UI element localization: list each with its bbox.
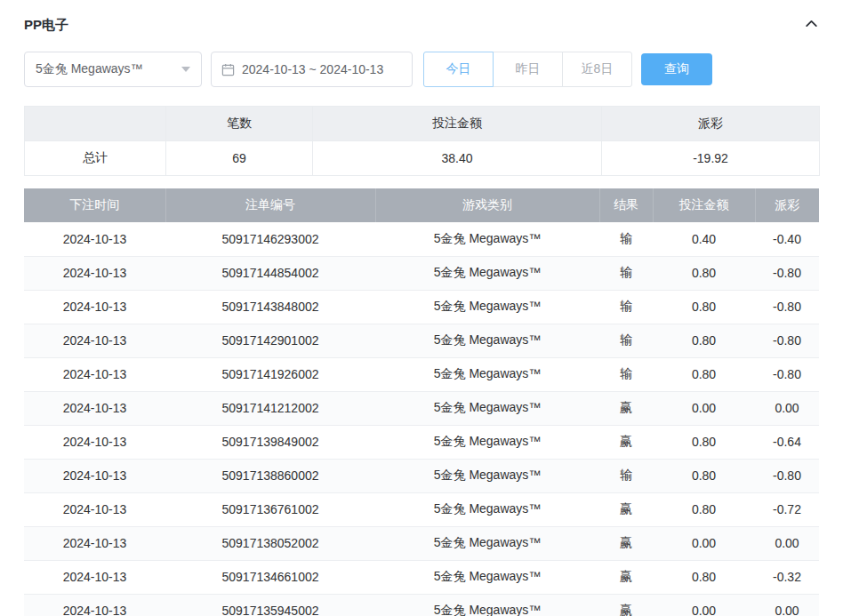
summary-table: 笔数 投注金额 派彩 总计 69 38.40 -19.92 bbox=[24, 106, 820, 176]
game-name-cell: 5金兔 Megaways™ bbox=[375, 425, 599, 459]
result-cell: 输 bbox=[599, 222, 653, 256]
filter-bar: 5金兔 Megaways™ 2024-10-13 ~ 2024-10-13 今日… bbox=[24, 52, 819, 87]
result-cell: 赢 bbox=[599, 526, 653, 560]
result-cell: 赢 bbox=[599, 391, 653, 425]
game-name-cell: 5金兔 Megaways™ bbox=[375, 357, 599, 391]
table-row: 2024-10-13509171438480025金兔 Megaways™输0.… bbox=[24, 290, 819, 324]
game-name-cell: 5金兔 Megaways™ bbox=[375, 459, 599, 492]
result-cell: 赢 bbox=[599, 425, 653, 459]
order-id-cell: 50917141212002 bbox=[165, 391, 375, 425]
yesterday-button[interactable]: 昨日 bbox=[493, 52, 563, 87]
result-cell: 输 bbox=[599, 324, 653, 357]
summary-header-blank bbox=[25, 107, 166, 141]
chevron-up-icon bbox=[804, 16, 819, 34]
bet-amount-cell: 0.80 bbox=[653, 324, 755, 357]
bet-amount-cell: 0.80 bbox=[653, 290, 755, 324]
pp-games-panel: PP电子 5金兔 Megaways™ 2024-10-13 ~ 2024-10-… bbox=[0, 0, 843, 616]
bet-time-cell: 2024-10-13 bbox=[24, 391, 165, 425]
table-row: 2024-10-13509171448540025金兔 Megaways™输0.… bbox=[24, 256, 819, 290]
order-id-cell: 50917143848002 bbox=[165, 290, 375, 324]
bet-time-cell: 2024-10-13 bbox=[24, 290, 165, 324]
summary-header-bet-amount: 投注金额 bbox=[313, 107, 602, 141]
date-range-value: 2024-10-13 ~ 2024-10-13 bbox=[242, 62, 383, 76]
table-row: 2024-10-13509171419260025金兔 Megaways™输0.… bbox=[24, 357, 819, 391]
header-payout: 派彩 bbox=[755, 188, 819, 222]
game-name-cell: 5金兔 Megaways™ bbox=[375, 560, 599, 594]
bet-table-header-row: 下注时间 注单编号 游戏类别 结果 投注金额 派彩 bbox=[24, 188, 819, 222]
game-name-cell: 5金兔 Megaways™ bbox=[375, 492, 599, 526]
bet-amount-cell: 0.80 bbox=[653, 357, 755, 391]
bet-time-cell: 2024-10-13 bbox=[24, 256, 165, 290]
table-row: 2024-10-13509171367610025金兔 Megaways™赢0.… bbox=[24, 492, 819, 526]
payout-cell: 0.00 bbox=[755, 526, 819, 560]
order-id-cell: 50917146293002 bbox=[165, 222, 375, 256]
bet-time-cell: 2024-10-13 bbox=[24, 324, 165, 357]
bet-time-cell: 2024-10-13 bbox=[24, 459, 165, 492]
order-id-cell: 50917136761002 bbox=[165, 492, 375, 526]
result-cell: 赢 bbox=[599, 594, 653, 616]
game-name-cell: 5金兔 Megaways™ bbox=[375, 290, 599, 324]
payout-cell: -0.80 bbox=[755, 324, 819, 357]
game-name-cell: 5金兔 Megaways™ bbox=[375, 256, 599, 290]
query-button[interactable]: 查询 bbox=[641, 53, 712, 85]
bet-time-cell: 2024-10-13 bbox=[24, 560, 165, 594]
today-button[interactable]: 今日 bbox=[423, 52, 494, 87]
payout-cell: -0.32 bbox=[755, 560, 819, 594]
quick-date-button-group: 今日 昨日 近8日 bbox=[423, 52, 632, 87]
table-row: 2024-10-13509171462930025金兔 Megaways™输0.… bbox=[24, 222, 819, 256]
bet-time-cell: 2024-10-13 bbox=[24, 526, 165, 560]
result-cell: 输 bbox=[599, 256, 653, 290]
result-cell: 输 bbox=[599, 290, 653, 324]
summary-total-payout: -19.92 bbox=[602, 141, 820, 176]
payout-cell: -0.40 bbox=[755, 222, 819, 256]
table-row: 2024-10-13509171359450025金兔 Megaways™赢0.… bbox=[24, 594, 819, 616]
payout-cell: -0.80 bbox=[755, 459, 819, 492]
game-name-cell: 5金兔 Megaways™ bbox=[375, 391, 599, 425]
game-name-cell: 5金兔 Megaways™ bbox=[375, 526, 599, 560]
game-select[interactable]: 5金兔 Megaways™ bbox=[24, 52, 202, 87]
game-name-cell: 5金兔 Megaways™ bbox=[375, 594, 599, 616]
bet-amount-cell: 0.80 bbox=[653, 459, 755, 492]
header-result: 结果 bbox=[599, 188, 653, 222]
summary-header-payout: 派彩 bbox=[602, 107, 820, 141]
header-bet-amount: 投注金额 bbox=[653, 188, 755, 222]
order-id-cell: 50917134661002 bbox=[165, 560, 375, 594]
bet-time-cell: 2024-10-13 bbox=[24, 425, 165, 459]
chevron-down-icon bbox=[181, 67, 190, 72]
order-id-cell: 50917138860002 bbox=[165, 459, 375, 492]
payout-cell: -0.80 bbox=[755, 256, 819, 290]
table-row: 2024-10-13509171346610025金兔 Megaways™赢0.… bbox=[24, 560, 819, 594]
summary-total-label: 总计 bbox=[25, 141, 166, 176]
result-cell: 赢 bbox=[599, 560, 653, 594]
summary-header-count: 笔数 bbox=[166, 107, 313, 141]
payout-cell: 0.00 bbox=[755, 391, 819, 425]
table-row: 2024-10-13509171388600025金兔 Megaways™输0.… bbox=[24, 459, 819, 492]
order-id-cell: 50917141926002 bbox=[165, 357, 375, 391]
result-cell: 输 bbox=[599, 459, 653, 492]
game-name-cell: 5金兔 Megaways™ bbox=[375, 324, 599, 357]
payout-cell: 0.00 bbox=[755, 594, 819, 616]
table-row: 2024-10-13509171412120025金兔 Megaways™赢0.… bbox=[24, 391, 819, 425]
last-8-days-button[interactable]: 近8日 bbox=[562, 52, 632, 87]
bet-amount-cell: 0.80 bbox=[653, 560, 755, 594]
bet-time-cell: 2024-10-13 bbox=[24, 594, 165, 616]
date-range-picker[interactable]: 2024-10-13 ~ 2024-10-13 bbox=[211, 52, 413, 87]
calendar-icon bbox=[221, 63, 235, 76]
payout-cell: -0.80 bbox=[755, 290, 819, 324]
bet-amount-cell: 0.00 bbox=[653, 391, 755, 425]
summary-total-bet-amount: 38.40 bbox=[313, 141, 602, 176]
table-row: 2024-10-13509171429010025金兔 Megaways™输0.… bbox=[24, 324, 819, 357]
payout-cell: -0.64 bbox=[755, 425, 819, 459]
bet-history-table: 下注时间 注单编号 游戏类别 结果 投注金额 派彩 2024-10-135091… bbox=[24, 188, 819, 616]
bet-amount-cell: 0.40 bbox=[653, 222, 755, 256]
game-select-value: 5金兔 Megaways™ bbox=[36, 61, 143, 77]
bet-amount-cell: 0.80 bbox=[653, 256, 755, 290]
order-id-cell: 50917135945002 bbox=[165, 594, 375, 616]
panel-header: PP电子 bbox=[24, 16, 819, 34]
header-order-id: 注单编号 bbox=[165, 188, 375, 222]
order-id-cell: 50917139849002 bbox=[165, 425, 375, 459]
payout-cell: -0.80 bbox=[755, 357, 819, 391]
collapse-button[interactable] bbox=[804, 16, 819, 34]
summary-total-row: 总计 69 38.40 -19.92 bbox=[25, 141, 820, 176]
bet-amount-cell: 0.80 bbox=[653, 425, 755, 459]
